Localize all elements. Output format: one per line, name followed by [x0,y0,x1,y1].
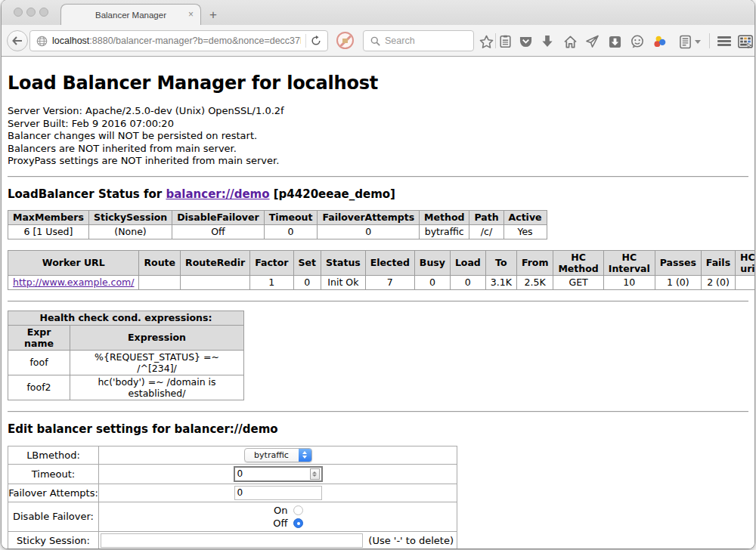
downloads-icon[interactable] [540,34,555,49]
save-to-device-icon[interactable] [607,34,622,49]
tab-title: Balancer Manager [95,11,166,20]
apps-grid-icon[interactable] [738,34,753,49]
globe-icon [36,36,48,47]
table-header-row: Expr name Expression [8,325,244,350]
back-button[interactable] [7,30,28,51]
radio-off-label: Off [273,518,287,529]
sticky-session-input[interactable] [101,533,363,548]
sticky-session-hint: (Use '-' to delete) [368,535,455,546]
navigation-toolbar: localhost:8880/balancer-manager?b=demo&n… [2,25,754,57]
reload-icon[interactable] [311,36,321,46]
disable-failover-on-radio[interactable] [293,505,303,515]
failover-attempts-input[interactable] [234,486,322,500]
reading-list-icon[interactable] [677,34,692,49]
balancer-status-table: MaxMembers StickySession DisableFailover… [8,210,547,239]
server-version-line: Server Version: Apache/2.5.0-dev (Unix) … [8,105,748,118]
page-title: Load Balancer Manager for localhost [8,73,748,94]
table-row: foof2 hc('body') =~ /domain is establish… [8,375,244,400]
url-bar[interactable]: localhost:8880/balancer-manager?b=demo&n… [29,30,328,51]
lbmethod-label: LBmethod: [8,446,99,464]
disable-failover-label: Disable Failover: [8,502,99,531]
select-arrows-icon [299,449,311,462]
page-content: Load Balancer Manager for localhost Serv… [2,57,754,548]
divider [8,301,748,302]
content-blocked-icon[interactable] [336,32,354,49]
divider [8,411,748,412]
loadbalancer-status-heading: LoadBalancer Status for balancer://demo … [8,187,748,201]
search-input[interactable] [385,36,473,46]
tab-close-icon[interactable]: × [188,10,194,19]
table-row: http://www.example.com/ 1 0 Init Ok 7 0 … [8,275,755,289]
url-path: :8880/balancer-manager?b=demo&nonce=decc… [89,36,301,46]
browser-window: Balancer Manager × + localhost:8880/bala… [2,0,754,548]
disable-failover-off-radio[interactable] [293,518,303,528]
menu-hamburger-icon[interactable] [717,36,731,48]
divider [8,176,748,178]
search-bar[interactable] [363,30,474,51]
bookmarks-sidebar-icon[interactable] [497,34,513,49]
table-header-row: MaxMembers StickySession DisableFailover… [8,210,547,224]
failover-attempts-label: Failover Attempts: [8,484,99,502]
health-check-table: Health check cond. expressions: Expr nam… [8,311,244,400]
edit-balancer-form: LBmethod: bytraffic Timeout: [8,446,457,549]
bookmark-star-icon[interactable] [479,34,494,49]
inherit-note-line: Balancers are NOT inherited from main se… [8,143,748,156]
zoom-window-button[interactable] [39,8,48,17]
title-bar: Balancer Manager × + [2,0,754,25]
table-row: 6 [1 Used] (None) Off 0 0 bytraffic /c/ … [8,224,547,239]
sticky-session-label: Sticky Session: [8,531,99,548]
table-header-row: Worker URL Route RouteRedir Factor Set S… [8,250,755,275]
balancer-demo-link[interactable]: balancer://demo [166,187,269,201]
server-info: Server Version: Apache/2.5.0-dev (Unix) … [8,105,748,168]
close-window-button[interactable] [14,8,23,17]
edit-balancer-heading: Edit balancer settings for balancer://de… [8,422,748,436]
minimize-window-button[interactable] [26,8,36,17]
pocket-icon[interactable] [518,34,533,49]
server-built-line: Server Built: Feb 9 2016 07:00:20 [8,118,748,131]
worker-table: Worker URL Route RouteRedir Factor Set S… [8,250,754,290]
proxypass-note-line: ProxyPass settings are NOT inherited fro… [8,155,748,168]
persist-note-line: Balancer changes will NOT be persisted o… [8,130,748,143]
url-domain: localhost [52,36,89,46]
new-tab-button[interactable]: + [209,8,217,23]
search-icon [370,36,380,46]
home-icon[interactable] [562,34,578,49]
send-page-icon[interactable] [584,34,600,49]
tab-balancer-manager[interactable]: Balancer Manager × [60,4,201,25]
timeout-label: Timeout: [8,464,99,484]
radio-on-label: On [274,505,287,516]
worker-url-link[interactable]: http://www.example.com/ [13,277,134,288]
table-row: foof %{REQUEST_STATUS} =~ /^[234]/ [8,350,244,375]
chevron-down-icon[interactable] [693,34,702,49]
back-arrow-icon [12,36,23,45]
number-spinner[interactable] [310,468,320,480]
table-title-row: Health check cond. expressions: [8,311,244,325]
extension-colordots-icon[interactable] [652,34,668,49]
url-text[interactable]: localhost:8880/balancer-manager?b=demo&n… [52,36,301,46]
lbmethod-select[interactable]: bytraffic [244,448,312,462]
feedback-smiley-icon[interactable] [630,34,645,49]
